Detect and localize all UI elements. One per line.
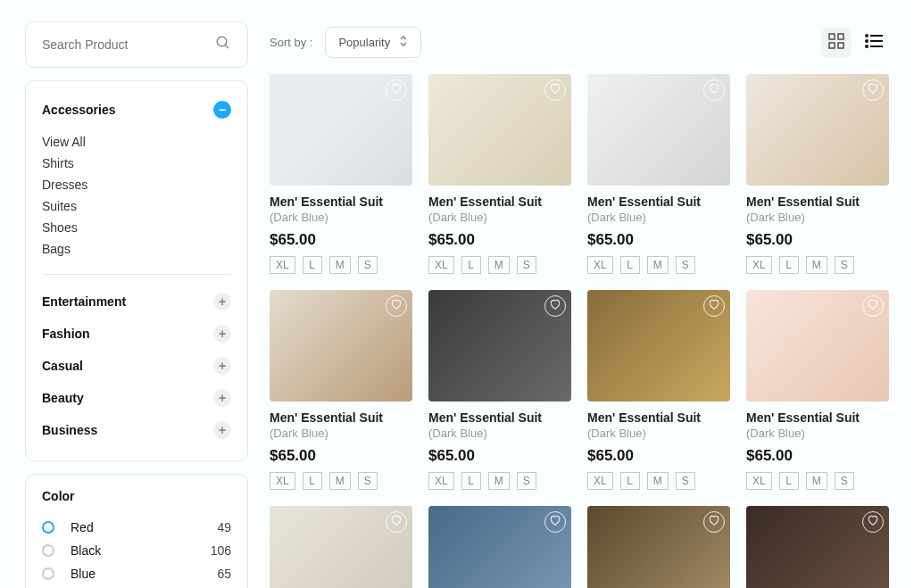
product-image[interactable] <box>428 506 571 588</box>
favorite-button[interactable] <box>544 79 566 101</box>
product-card[interactable] <box>270 506 412 588</box>
favorite-button[interactable] <box>862 79 884 101</box>
category-entertainment[interactable]: Entertainment+ <box>42 286 231 318</box>
size-option[interactable]: L <box>461 472 481 490</box>
product-image[interactable] <box>746 506 889 588</box>
favorite-button[interactable] <box>703 79 725 101</box>
favorite-button[interactable] <box>386 79 407 101</box>
size-option[interactable]: XL <box>428 472 454 490</box>
product-card[interactable] <box>428 506 571 588</box>
category-item[interactable]: Shoes <box>42 217 231 238</box>
product-card[interactable]: Men' Essential Suit (Dark Blue) $65.00 X… <box>270 74 412 274</box>
product-image[interactable] <box>587 74 730 186</box>
size-option[interactable]: L <box>779 256 799 274</box>
favorite-button[interactable] <box>703 295 725 317</box>
product-image[interactable] <box>746 74 889 186</box>
size-option[interactable]: XL <box>587 256 613 274</box>
radio-icon <box>42 544 54 557</box>
color-option-red[interactable]: Red49 <box>42 516 231 539</box>
product-card[interactable]: Men' Essential Suit (Dark Blue) $65.00 X… <box>746 290 889 490</box>
collapse-icon[interactable]: − <box>213 101 231 119</box>
size-option[interactable]: S <box>676 256 695 274</box>
category-item[interactable]: Suites <box>42 195 231 217</box>
size-option[interactable]: M <box>488 472 510 490</box>
size-option[interactable]: S <box>358 256 378 274</box>
product-image[interactable] <box>587 506 730 588</box>
size-options: XLLMS <box>270 472 412 490</box>
favorite-button[interactable] <box>862 511 884 533</box>
size-option[interactable]: M <box>806 256 827 274</box>
category-fashion[interactable]: Fashion+ <box>42 318 231 350</box>
size-option[interactable]: L <box>620 256 640 274</box>
list-view-button[interactable] <box>859 28 889 58</box>
grid-view-button[interactable] <box>821 28 852 58</box>
favorite-button[interactable] <box>862 295 884 317</box>
expand-icon[interactable]: + <box>213 421 231 439</box>
product-image[interactable] <box>428 290 571 402</box>
size-option[interactable]: S <box>517 472 536 490</box>
product-image[interactable] <box>746 290 889 402</box>
favorite-button[interactable] <box>386 511 407 533</box>
category-item[interactable]: Shirts <box>42 153 231 174</box>
size-option[interactable]: L <box>303 256 322 274</box>
size-option[interactable]: L <box>779 472 799 490</box>
favorite-button[interactable] <box>386 295 407 317</box>
product-card[interactable]: Men' Essential Suit (Dark Blue) $65.00 X… <box>270 290 412 490</box>
size-option[interactable]: S <box>835 472 854 490</box>
product-card[interactable]: Men' Essential Suit (Dark Blue) $65.00 X… <box>428 290 571 490</box>
favorite-button[interactable] <box>703 511 725 533</box>
color-filter-panel: Color Red49Black106Blue65Green7White45Gr… <box>25 474 248 588</box>
size-option[interactable]: L <box>303 472 322 490</box>
size-option[interactable]: L <box>461 256 481 274</box>
product-card[interactable]: Men' Essential Suit (Dark Blue) $65.00 X… <box>587 74 730 274</box>
size-option[interactable]: M <box>647 472 669 490</box>
size-option[interactable]: XL <box>428 256 454 274</box>
size-option[interactable]: S <box>517 256 536 274</box>
color-option-black[interactable]: Black106 <box>42 539 231 562</box>
size-option[interactable]: M <box>488 256 510 274</box>
size-option[interactable]: S <box>358 472 378 490</box>
size-option[interactable]: L <box>620 472 640 490</box>
category-item[interactable]: Bags <box>42 238 231 260</box>
product-card[interactable]: Men' Essential Suit (Dark Blue) $65.00 X… <box>428 74 571 274</box>
size-option[interactable]: XL <box>746 472 772 490</box>
sort-dropdown[interactable]: Popularity <box>325 27 421 58</box>
product-card[interactable] <box>746 506 889 588</box>
size-option[interactable]: M <box>329 256 351 274</box>
size-option[interactable]: XL <box>270 256 295 274</box>
product-image[interactable] <box>428 74 571 186</box>
search-input[interactable] <box>42 37 215 52</box>
size-option[interactable]: XL <box>270 472 295 490</box>
category-accessories[interactable]: Accessories − <box>42 95 231 124</box>
category-casual[interactable]: Casual+ <box>42 350 231 382</box>
product-card[interactable]: Men' Essential Suit (Dark Blue) $65.00 X… <box>587 290 730 490</box>
product-image[interactable] <box>270 290 412 402</box>
category-item[interactable]: View All <box>42 131 231 153</box>
product-image[interactable] <box>270 506 412 588</box>
expand-icon[interactable]: + <box>213 325 231 343</box>
search-icon[interactable] <box>215 35 231 54</box>
favorite-button[interactable] <box>544 295 566 317</box>
expand-icon[interactable]: + <box>213 389 231 407</box>
radio-icon <box>42 567 54 580</box>
product-image[interactable] <box>270 74 412 186</box>
expand-icon[interactable]: + <box>213 357 231 375</box>
heart-icon <box>549 82 561 98</box>
size-option[interactable]: S <box>676 472 695 490</box>
size-option[interactable]: M <box>806 472 827 490</box>
size-option[interactable]: XL <box>746 256 772 274</box>
favorite-button[interactable] <box>544 511 566 533</box>
category-business[interactable]: Business+ <box>42 414 231 446</box>
expand-icon[interactable]: + <box>213 293 231 311</box>
product-card[interactable] <box>587 506 730 588</box>
size-option[interactable]: M <box>647 256 669 274</box>
product-card[interactable]: Men' Essential Suit (Dark Blue) $65.00 X… <box>746 74 889 274</box>
size-option[interactable]: XL <box>587 472 613 490</box>
category-beauty[interactable]: Beauty+ <box>42 382 231 414</box>
size-option[interactable]: M <box>329 472 351 490</box>
product-image[interactable] <box>587 290 730 402</box>
color-option-blue[interactable]: Blue65 <box>42 562 231 585</box>
size-option[interactable]: S <box>835 256 854 274</box>
category-item[interactable]: Dresses <box>42 174 231 195</box>
size-options: XLLMS <box>428 256 571 274</box>
